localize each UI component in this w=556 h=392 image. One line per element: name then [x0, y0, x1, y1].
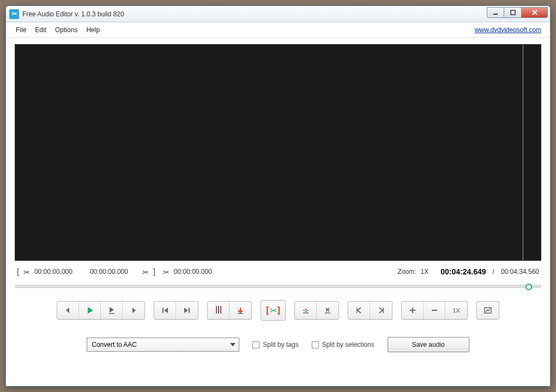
- checkbox-icon: [252, 341, 259, 348]
- split-selections-checkbox[interactable]: Split by selections: [312, 341, 374, 348]
- progress-track: [15, 285, 541, 288]
- svg-rect-967: [325, 313, 330, 314]
- menubar: File Edit Options Help www.dvdvideosoft.…: [6, 22, 550, 38]
- svg-rect-965: [238, 313, 243, 314]
- selection-end-time: 00:00:00.000: [90, 268, 134, 275]
- bracket-close-icon: ]: [153, 267, 155, 276]
- format-select[interactable]: Convert to AAC: [87, 338, 239, 352]
- format-selected-value: Convert to AAC: [92, 341, 137, 348]
- bottom-bar: Convert to AAC Split by tags Split by se…: [15, 330, 541, 363]
- zoom-label: Zoom:: [398, 268, 416, 275]
- markers-icon: [215, 306, 222, 315]
- time-info-row: [ ✂ 00:00:00.000 00:00:00.000 ✂ ] ✂ 00:0…: [15, 266, 541, 277]
- app-icon: ✂: [9, 9, 19, 19]
- vendor-link[interactable]: www.dvdvideosoft.com: [472, 24, 545, 35]
- zoom-level-display[interactable]: 1X: [445, 302, 467, 319]
- window-title: Free Audio Editor v. 1.0.3 build 820: [22, 10, 487, 18]
- image-group: [476, 301, 499, 320]
- save-audio-button[interactable]: Save audio: [388, 337, 469, 352]
- zoom-group: 1X: [401, 301, 468, 320]
- svg-rect-962: [109, 313, 114, 314]
- minimize-button[interactable]: [487, 7, 504, 18]
- duration-time: 00:04:34.560: [501, 268, 539, 275]
- skip-forward-button[interactable]: [176, 302, 198, 319]
- content-area: [ ✂ 00:00:00.000 00:00:00.000 ✂ ] ✂ 00:0…: [6, 38, 550, 386]
- play-underline-icon: [107, 306, 116, 315]
- delete-button[interactable]: [317, 302, 339, 319]
- split-selections-label: Split by selections: [322, 341, 374, 348]
- play-selection-button[interactable]: [101, 302, 123, 319]
- split-tags-label: Split by tags: [263, 341, 298, 348]
- plus-icon: [408, 306, 417, 315]
- menu-file[interactable]: File: [11, 24, 31, 35]
- time-divider: /: [493, 268, 494, 275]
- arrow-down-red-icon: [236, 306, 245, 315]
- dropdown-caret-icon: [230, 343, 235, 346]
- svg-rect-964: [189, 308, 190, 313]
- menu-help[interactable]: Help: [82, 24, 104, 35]
- skip-forward-icon: [183, 306, 191, 315]
- maximize-button[interactable]: [504, 7, 522, 18]
- playhead: [523, 45, 523, 260]
- maximize-icon: [510, 10, 516, 15]
- scissors-icon: ✂: [23, 268, 30, 277]
- add-markers-button[interactable]: [208, 302, 229, 319]
- position-time: 00:04:24.649: [440, 267, 486, 276]
- zoom-in-button[interactable]: [402, 302, 424, 319]
- zoom-value: 1X: [421, 268, 429, 275]
- checkbox-icon: [312, 341, 319, 348]
- arrow-right-icon: [129, 306, 138, 315]
- marker-group: [207, 301, 252, 320]
- goto-end-button[interactable]: [370, 302, 392, 319]
- menu-edit[interactable]: Edit: [31, 24, 51, 35]
- minus-icon: [430, 306, 439, 315]
- window-buttons: [487, 7, 548, 19]
- scissors-icon: ✂: [142, 268, 149, 277]
- crop-button[interactable]: [295, 302, 317, 319]
- set-marker-button[interactable]: [229, 302, 251, 319]
- cursor-time: 00:00:00.000: [174, 268, 217, 275]
- progress-bar[interactable]: [15, 283, 541, 290]
- titlebar[interactable]: ✂ Free Audio Editor v. 1.0.3 build 820: [6, 6, 550, 22]
- goto-end-icon: [377, 306, 385, 315]
- toolbar: [✂] 1X: [15, 296, 541, 325]
- svg-rect-1: [511, 10, 515, 15]
- zoom-out-button[interactable]: [424, 302, 445, 319]
- waveform-display[interactable]: [15, 44, 541, 261]
- cut-bracket-icon: [✂]: [266, 305, 280, 316]
- menu-options[interactable]: Options: [51, 24, 82, 35]
- trim-group: [294, 301, 339, 320]
- close-button[interactable]: [522, 7, 548, 18]
- skip-back-icon: [161, 306, 170, 315]
- skip-back-button[interactable]: [154, 302, 176, 319]
- play-button[interactable]: [79, 302, 101, 319]
- close-icon: [531, 9, 538, 16]
- crop-icon: [301, 306, 310, 315]
- playback-group: [57, 301, 145, 320]
- svg-rect-963: [162, 308, 164, 313]
- arrow-left-icon: [64, 306, 72, 315]
- scissors-icon: ✂: [163, 268, 170, 277]
- app-window: ✂ Free Audio Editor v. 1.0.3 build 820 F…: [5, 5, 551, 387]
- goto-group: [348, 301, 392, 320]
- next-button[interactable]: [123, 302, 144, 319]
- svg-rect-966: [303, 313, 309, 314]
- goto-start-button[interactable]: [348, 302, 370, 319]
- skip-group: [154, 301, 198, 320]
- cut-selection-button[interactable]: [✂]: [261, 300, 286, 321]
- waveform-svg: [15, 45, 541, 260]
- minimize-icon: [493, 10, 498, 15]
- play-icon: [86, 306, 94, 315]
- progress-thumb[interactable]: [525, 284, 532, 290]
- goto-start-icon: [355, 306, 364, 315]
- selection-start-time: 00:00:00.000: [34, 268, 78, 275]
- prev-button[interactable]: [57, 302, 79, 319]
- screenshot-button[interactable]: [477, 302, 499, 319]
- split-tags-checkbox[interactable]: Split by tags: [252, 341, 298, 348]
- delete-x-icon: [323, 306, 332, 315]
- save-label: Save audio: [412, 341, 445, 348]
- image-icon: [484, 306, 492, 315]
- bracket-open-icon: [: [17, 267, 19, 276]
- svg-rect-0: [493, 14, 498, 15]
